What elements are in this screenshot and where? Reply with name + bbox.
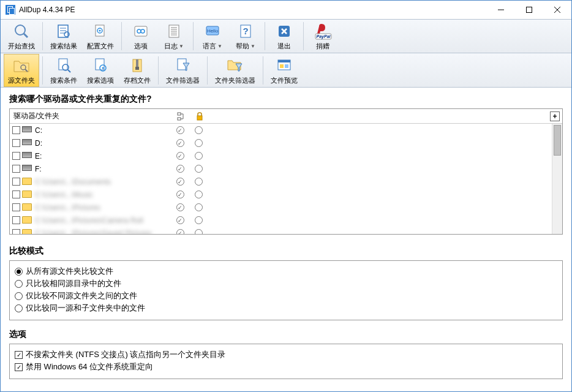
donate-button[interactable]: PayPal 捐赠	[307, 20, 339, 53]
folder-row[interactable]: C:\Users\...\Music	[10, 188, 562, 201]
row-checkbox[interactable]	[12, 178, 20, 186]
folder-row[interactable]: C:\Users\...\Pictures	[10, 201, 562, 214]
tree-column-icon[interactable]	[172, 112, 190, 121]
row-radio-2[interactable]	[195, 203, 203, 211]
lock-column-icon[interactable]	[190, 112, 209, 121]
folder-icon	[22, 203, 32, 211]
row-radio-2[interactable]	[195, 139, 203, 147]
exit-button[interactable]: 退出	[268, 20, 300, 53]
row-checkbox[interactable]	[12, 139, 20, 147]
drive-icon	[22, 152, 32, 158]
compare-mode-2[interactable]: 只比较相同源目录中的文件	[15, 278, 557, 289]
svg-line-36	[68, 70, 70, 72]
options-title: 选项	[9, 329, 563, 340]
row-checkbox[interactable]	[12, 190, 20, 198]
log-button[interactable]: 日志▼	[158, 20, 190, 53]
vertical-scrollbar[interactable]	[552, 124, 562, 234]
separator	[158, 56, 159, 85]
exit-icon	[274, 21, 294, 41]
search-options-tab[interactable]: 搜索选项	[83, 54, 118, 87]
row-checkbox[interactable]	[12, 216, 20, 224]
file-search-icon	[54, 56, 73, 75]
row-radio-2[interactable]	[195, 126, 203, 134]
search-criteria-tab[interactable]: 搜索条件	[46, 54, 81, 87]
profiles-button[interactable]: 配置文件	[83, 20, 118, 53]
row-radio-1[interactable]	[176, 139, 184, 147]
row-label: C:\Users\...\Music	[35, 190, 171, 199]
folder-row[interactable]: C:\Users\...\Documents	[10, 175, 562, 188]
separator	[42, 56, 43, 85]
folder-header-label[interactable]: 驱动器/文件夹	[10, 111, 172, 121]
row-radio-1[interactable]	[176, 229, 184, 234]
svg-rect-42	[135, 67, 139, 70]
separator	[121, 22, 122, 50]
row-checkbox[interactable]	[12, 229, 20, 234]
profiles-icon	[91, 21, 110, 41]
row-radio-2[interactable]	[195, 178, 203, 186]
row-radio-1[interactable]	[176, 216, 184, 224]
folder-filter-tab[interactable]: 文件夹筛选器	[211, 54, 260, 87]
compare-mode-4[interactable]: 仅比较同一源和子文件夹中的文件	[15, 303, 557, 314]
search-results-button[interactable]: 搜索结果	[46, 20, 81, 53]
file-preview-tab[interactable]: 文件预览	[266, 54, 302, 87]
folder-row[interactable]: E:	[10, 149, 562, 162]
separator	[42, 22, 43, 50]
radio-icon	[15, 280, 23, 288]
row-label: E:	[35, 152, 171, 160]
folder-row[interactable]: C:\Users\...\Pictures\Saved Pictures	[10, 227, 562, 234]
start-search-button[interactable]: 开始查找	[4, 20, 39, 53]
options-button[interactable]: 选项	[125, 20, 157, 53]
compare-mode-title: 比较模式	[9, 246, 563, 257]
minimize-button[interactable]	[487, 1, 515, 19]
svg-text:Hello: Hello	[207, 28, 219, 34]
row-radio-2[interactable]	[195, 190, 203, 198]
row-radio-2[interactable]	[195, 216, 203, 224]
archive-files-tab[interactable]: 存档文件	[119, 54, 155, 87]
help-button[interactable]: ? 帮助▼	[230, 20, 262, 53]
compare-mode-1[interactable]: 从所有源文件夹比较文件	[15, 266, 557, 277]
separator	[265, 22, 265, 50]
source-folder-tab[interactable]: 源文件夹	[4, 54, 39, 87]
row-label: F:	[35, 165, 171, 173]
folder-row[interactable]: F:	[10, 162, 562, 175]
row-radio-2[interactable]	[195, 229, 203, 234]
row-checkbox[interactable]	[12, 165, 20, 173]
row-radio-1[interactable]	[176, 165, 184, 173]
svg-text:?: ?	[243, 26, 248, 36]
drive-icon	[22, 139, 32, 145]
folder-row[interactable]: D:	[10, 137, 562, 149]
language-button[interactable]: Hello 语言▼	[197, 20, 228, 53]
drive-icon	[22, 126, 32, 132]
row-checkbox[interactable]	[12, 126, 20, 134]
compare-mode-3[interactable]: 仅比较不同源文件夹之间的文件	[15, 290, 557, 301]
svg-line-5	[24, 34, 28, 37]
language-icon: Hello	[203, 21, 222, 41]
add-folder-button[interactable]: +	[550, 111, 560, 121]
row-checkbox[interactable]	[12, 203, 20, 211]
row-radio-2[interactable]	[195, 152, 203, 160]
svg-rect-1	[527, 7, 532, 13]
row-checkbox[interactable]	[12, 152, 20, 160]
row-radio-1[interactable]	[176, 190, 184, 198]
folder-icon	[22, 178, 32, 185]
row-radio-1[interactable]	[176, 126, 184, 134]
titlebar: AllDup 4.4.34 PE	[1, 1, 571, 19]
option-ntfs-junction[interactable]: 不搜索文件夹 (NTFS 交接点) 该点指向另一个文件夹目录	[15, 349, 557, 360]
separator	[263, 56, 263, 85]
maximize-button[interactable]	[515, 1, 543, 19]
row-radio-1[interactable]	[176, 178, 184, 186]
option-disable-wow64[interactable]: 禁用 Windows 64 位文件系统重定向	[15, 361, 557, 372]
folder-row[interactable]: C:	[10, 124, 562, 137]
folder-row[interactable]: C:\Users\...\Pictures\Camera Roll	[10, 214, 562, 227]
row-radio-1[interactable]	[176, 203, 184, 211]
paypal-icon: PayPal	[313, 21, 333, 41]
preview-icon	[274, 56, 294, 75]
row-radio-2[interactable]	[195, 165, 203, 173]
row-radio-1[interactable]	[176, 152, 184, 160]
app-icon	[6, 5, 15, 15]
close-button[interactable]	[543, 1, 571, 19]
row-label: C:	[35, 126, 171, 135]
window-title: AllDup 4.4.34 PE	[19, 6, 487, 14]
file-filter-tab[interactable]: 文件筛选器	[162, 54, 204, 87]
row-label: C:\Users\...\Pictures\Saved Pictures	[35, 229, 171, 235]
